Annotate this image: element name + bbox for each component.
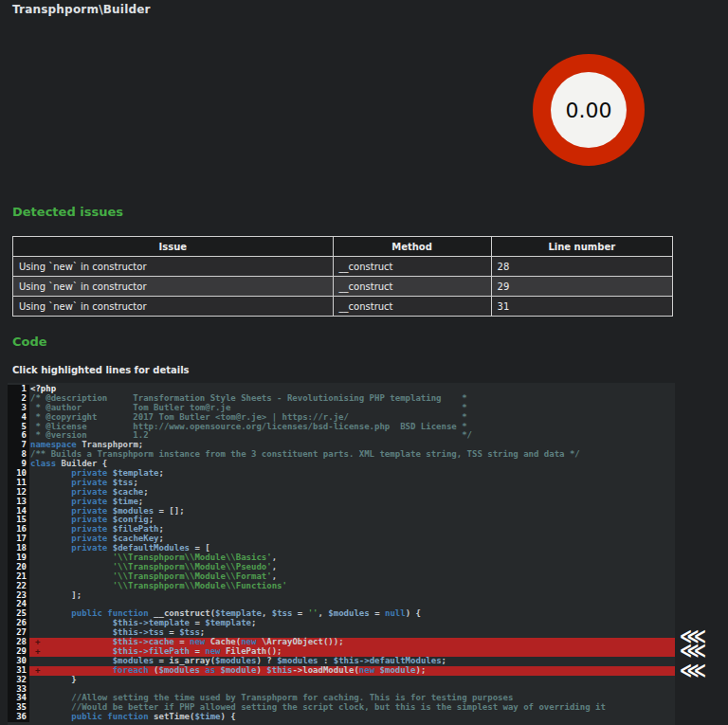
method-cell: __construct [333, 277, 491, 297]
line-number-cell: 28 [491, 257, 672, 277]
issues-table: IssueMethodLine number Using `new` in co… [12, 236, 673, 317]
table-row: Using `new` in constructor__construct29 [13, 277, 673, 297]
highlighted-code-line[interactable]: 31+ foreach ($modules as $module) $this-… [8, 666, 675, 676]
code-line: 36 public function setTime($time) { [8, 713, 675, 722]
issue-cell: Using `new` in constructor [13, 277, 334, 297]
issue-cell: Using `new` in constructor [13, 297, 334, 317]
line-content: public function setTime($time) { [29, 713, 675, 722]
issue-cell: Using `new` in constructor [13, 257, 334, 277]
line-content: /** Builds a Transphporm instance from t… [29, 450, 675, 460]
column-header: Method [333, 237, 491, 257]
code-line: 22 '\\Transphporm\\Module\\Functions' [8, 582, 675, 591]
table-row: Using `new` in constructor__construct28 [13, 257, 673, 277]
line-content: + foreach ($modules as $module) $this->l… [29, 666, 675, 676]
code-line: 8/** Builds a Transphporm instance from … [8, 450, 675, 460]
line-content: ]; [29, 591, 675, 601]
score-gauge-center: 0.00 [551, 72, 627, 148]
line-content: } [29, 676, 675, 685]
detected-issues-heading: Detected issues [12, 205, 123, 219]
issues-table-header-row: IssueMethodLine number [13, 237, 673, 257]
code-line: 23 ]; [8, 591, 675, 601]
table-row: Using `new` in constructor__construct31 [13, 297, 673, 317]
code-line: 32 } [8, 676, 675, 685]
score-gauge: 0.00 [533, 54, 645, 166]
line-number: 36 [8, 713, 29, 722]
code-hint: Click highlighted lines for details [12, 365, 190, 375]
chevron-left-marker-icon[interactable]: ⋘⋘ [677, 629, 709, 658]
column-header: Line number [491, 237, 672, 257]
column-header: Issue [13, 237, 334, 257]
code-block: 1<?php2/* @description Transformation St… [8, 383, 675, 725]
code-heading: Code [12, 335, 47, 349]
chevron-left-marker-icon[interactable]: ⋘ [677, 662, 709, 679]
line-content: '\\Transphporm\\Module\\Functions' [29, 582, 675, 591]
line-number-cell: 31 [491, 297, 672, 317]
method-cell: __construct [333, 297, 491, 317]
line-number-cell: 29 [491, 277, 672, 297]
page-title: Transphporm\Builder [12, 3, 151, 16]
method-cell: __construct [333, 257, 491, 277]
score-value: 0.00 [566, 99, 612, 122]
